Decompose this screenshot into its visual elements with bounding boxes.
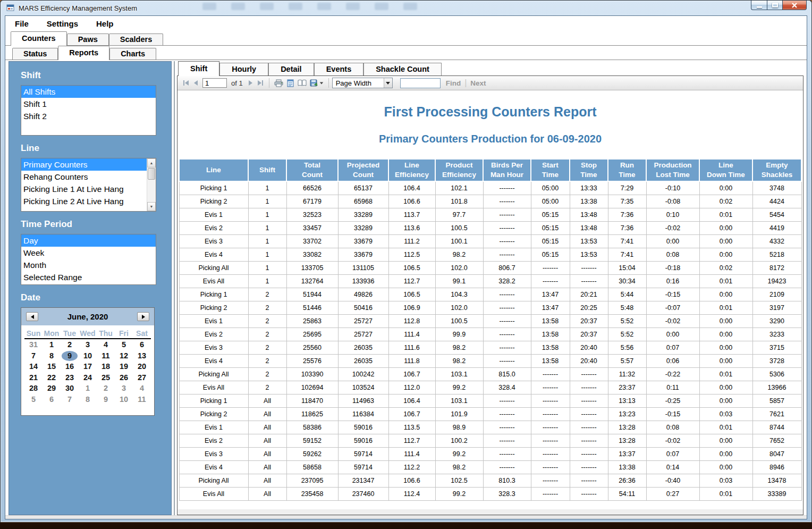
- calendar-day[interactable]: 11: [97, 350, 115, 362]
- calendar-day[interactable]: 11: [133, 394, 151, 405]
- find-button[interactable]: Find: [446, 79, 461, 87]
- cell: 100242: [338, 367, 388, 381]
- list-item-primary-counters[interactable]: Primary Counters: [21, 158, 147, 171]
- print-icon[interactable]: [273, 77, 285, 89]
- scrollbar-thumb[interactable]: [148, 168, 155, 180]
- calendar-day[interactable]: 2: [97, 383, 115, 394]
- calendar-next-button[interactable]: [137, 312, 149, 321]
- tab-paws[interactable]: Paws: [67, 33, 109, 45]
- cell: 0:02: [699, 261, 752, 274]
- calendar-day[interactable]: 7: [24, 350, 43, 362]
- calendar-day[interactable]: 15: [43, 361, 61, 372]
- calendar-day[interactable]: 1: [43, 339, 61, 350]
- calendar-day[interactable]: 31: [24, 339, 43, 350]
- calendar-day[interactable]: 10: [79, 350, 97, 362]
- first-page-icon[interactable]: [181, 77, 191, 89]
- calendar-day[interactable]: 19: [115, 361, 133, 372]
- report-tab-detail[interactable]: Detail: [268, 63, 314, 75]
- calendar-day[interactable]: 25: [97, 372, 115, 383]
- report-tab-shackle-count[interactable]: Shackle Count: [363, 63, 442, 75]
- list-item-day[interactable]: Day: [21, 234, 156, 247]
- scroll-down-icon[interactable]: ▼: [147, 202, 156, 211]
- print-layout-icon[interactable]: [285, 77, 296, 89]
- previous-page-icon[interactable]: [191, 77, 200, 89]
- list-item-rehang-counters[interactable]: Rehang Counters: [21, 171, 147, 183]
- line-listbox[interactable]: Primary CountersRehang CountersPicking L…: [21, 158, 156, 212]
- calendar-day[interactable]: 9: [97, 394, 115, 405]
- calendar-day[interactable]: 6: [43, 394, 61, 405]
- export-icon[interactable]: [308, 77, 325, 89]
- page-number-input[interactable]: [202, 78, 227, 88]
- tab-status[interactable]: Status: [12, 48, 58, 60]
- report-tab-shift[interactable]: Shift: [178, 61, 219, 76]
- list-item-shift-2[interactable]: Shift 2: [21, 110, 156, 122]
- menu-file[interactable]: File: [15, 19, 29, 28]
- scroll-up-icon[interactable]: ▲: [147, 158, 156, 167]
- titlebar[interactable]: MARS Efficiency Management System: [1, 1, 811, 15]
- last-page-icon[interactable]: [255, 77, 266, 89]
- calendar-day[interactable]: 17: [79, 361, 97, 372]
- next-page-icon[interactable]: [246, 77, 255, 89]
- list-item-shift-1[interactable]: Shift 1: [21, 98, 156, 110]
- list-item-week[interactable]: Week: [21, 247, 156, 259]
- tab-charts[interactable]: Charts: [109, 48, 156, 60]
- calendar-day[interactable]: 16: [61, 361, 79, 372]
- calendar-day[interactable]: 3: [79, 339, 97, 350]
- tab-reports[interactable]: Reports: [58, 46, 109, 60]
- calendar-prev-button[interactable]: [26, 312, 38, 321]
- calendar-day[interactable]: 26: [115, 372, 133, 383]
- line-list-scrollbar[interactable]: ▲ ▼: [147, 158, 156, 211]
- minimize-button[interactable]: [751, 0, 767, 10]
- scrollbar-track[interactable]: [147, 180, 156, 202]
- calendar-day[interactable]: 12: [115, 350, 133, 362]
- calendar-day[interactable]: 8: [43, 350, 61, 362]
- list-item-all-shifts[interactable]: All Shifts: [21, 86, 156, 98]
- calendar-day[interactable]: 4: [97, 339, 115, 350]
- next-button[interactable]: Next: [470, 79, 486, 87]
- calendar-day[interactable]: 13: [133, 350, 151, 362]
- calendar-day[interactable]: 8: [79, 394, 97, 405]
- calendar-day[interactable]: 9: [61, 350, 79, 362]
- calendar-day[interactable]: 27: [133, 372, 151, 383]
- calendar-day[interactable]: 5: [24, 394, 43, 405]
- zoom-select[interactable]: Page Width: [332, 78, 393, 88]
- calendar-day[interactable]: 30: [61, 383, 79, 394]
- report-tab-events[interactable]: Events: [314, 63, 364, 75]
- calendar-day[interactable]: 7: [61, 394, 79, 405]
- maximize-button[interactable]: [767, 0, 782, 10]
- calendar-day[interactable]: 29: [43, 383, 61, 394]
- calendar-day[interactable]: 20: [133, 361, 151, 372]
- calendar-day[interactable]: 22: [43, 372, 61, 383]
- calendar-day[interactable]: 10: [115, 394, 133, 405]
- combo-dropdown-button[interactable]: [384, 78, 392, 88]
- calendar-day[interactable]: 21: [24, 372, 43, 383]
- calendar-day[interactable]: 4: [133, 383, 151, 394]
- menu-help[interactable]: Help: [96, 19, 114, 28]
- report-tab-hourly[interactable]: Hourly: [219, 63, 268, 75]
- calendar-day[interactable]: 14: [24, 361, 43, 372]
- calendar-day[interactable]: 1: [79, 383, 97, 394]
- time-period-listbox[interactable]: DayWeekMonthSelected Range: [21, 234, 156, 285]
- list-item-month[interactable]: Month: [21, 259, 156, 271]
- page-setup-icon[interactable]: [296, 77, 308, 89]
- calendar-day[interactable]: 28: [24, 383, 43, 394]
- calendar-day[interactable]: 18: [97, 361, 115, 372]
- tab-counters[interactable]: Counters: [11, 31, 67, 46]
- cell: -------: [483, 234, 531, 248]
- close-button[interactable]: [782, 0, 807, 10]
- find-input[interactable]: [400, 78, 441, 88]
- calendar-day[interactable]: 6: [133, 339, 151, 350]
- tab-scalders[interactable]: Scalders: [109, 33, 163, 45]
- list-item-picking-line-2-at-live-hang[interactable]: Picking Line 2 At Live Hang: [21, 195, 147, 207]
- calendar-day[interactable]: 2: [61, 339, 79, 350]
- list-item-picking-line-1-at-live-hang[interactable]: Picking Line 1 At Live Hang: [21, 183, 147, 195]
- list-item-selected-range[interactable]: Selected Range: [21, 271, 156, 283]
- table-row: Picking All2103390100242106.7103.1815.0-…: [179, 367, 801, 381]
- calendar-day[interactable]: 23: [61, 372, 79, 383]
- calendar-day[interactable]: 3: [115, 383, 133, 394]
- menu-settings[interactable]: Settings: [47, 19, 78, 28]
- calendar-day[interactable]: 24: [79, 372, 97, 383]
- shift-listbox[interactable]: All ShiftsShift 1Shift 2: [21, 85, 156, 136]
- calendar-day[interactable]: 5: [115, 339, 133, 350]
- export-dropdown-icon[interactable]: [319, 82, 323, 84]
